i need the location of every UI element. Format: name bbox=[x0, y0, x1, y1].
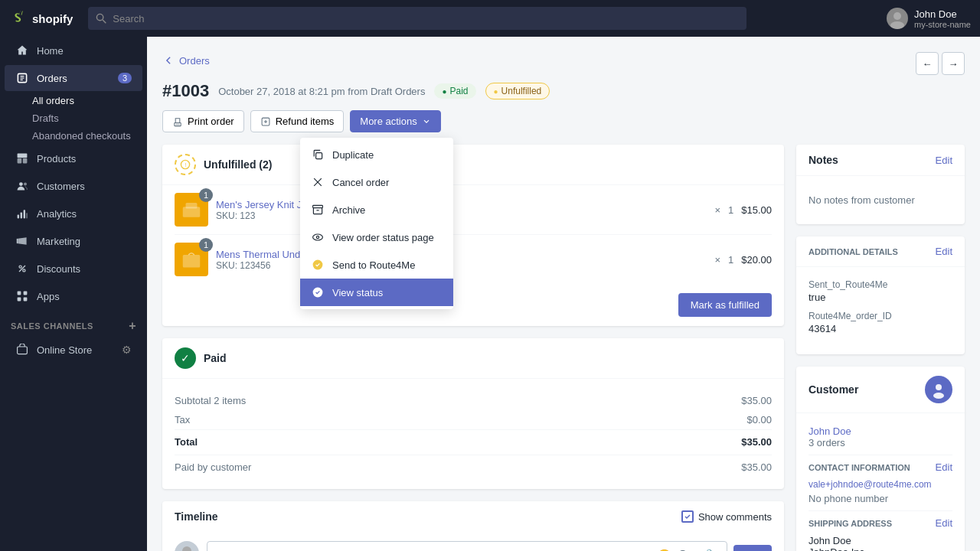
refund-items-btn[interactable]: Refund items bbox=[250, 110, 345, 132]
user-sub: my-store-name bbox=[914, 20, 971, 29]
sidebar-item-analytics[interactable]: Analytics bbox=[5, 201, 142, 227]
customers-icon bbox=[15, 179, 29, 193]
contact-edit-btn[interactable]: Edit bbox=[936, 461, 952, 473]
contact-email[interactable]: vale+johndoe@route4me.com bbox=[808, 479, 952, 490]
more-actions-btn[interactable]: More actions bbox=[350, 110, 440, 132]
dropdown-send-route4me[interactable]: Send to Route4Me bbox=[300, 251, 453, 279]
svg-rect-23 bbox=[18, 298, 21, 302]
sidebar-sub-abandoned[interactable]: Abandoned checkouts bbox=[0, 127, 147, 145]
notes-header: Notes Edit bbox=[796, 145, 965, 176]
orders-badge: 3 bbox=[118, 73, 132, 83]
svg-rect-10 bbox=[18, 154, 28, 158]
dropdown-cancel[interactable]: Cancel order bbox=[300, 168, 453, 196]
detail-val-0: true bbox=[808, 292, 952, 303]
logo-text: shopify bbox=[32, 12, 73, 25]
product-qty-badge-0: 1 bbox=[199, 188, 213, 202]
dropdown-view-status[interactable]: View status bbox=[300, 279, 453, 306]
svg-rect-22 bbox=[24, 292, 28, 295]
show-comments-toggle[interactable]: Show comments bbox=[681, 510, 772, 523]
sidebar-item-products[interactable]: Products bbox=[5, 145, 142, 171]
view-status-label: View status bbox=[332, 287, 383, 298]
total-value: $35.00 bbox=[741, 436, 772, 448]
next-order-btn[interactable]: → bbox=[942, 52, 965, 75]
shipping-line-0: John Doe bbox=[808, 535, 952, 546]
prev-order-btn[interactable]: ← bbox=[916, 52, 939, 75]
svg-rect-13 bbox=[18, 215, 19, 219]
product-sku-0: SKU: 123 bbox=[216, 210, 707, 221]
sidebar-label-analytics: Analytics bbox=[37, 208, 77, 220]
sidebar-label-online-store: Online Store bbox=[37, 344, 92, 356]
search-input[interactable] bbox=[113, 13, 739, 24]
table-row: 1 Mens Thermal Underw... SKU: 123456 × 1… bbox=[175, 235, 772, 284]
sidebar-item-customers[interactable]: Customers bbox=[5, 173, 142, 199]
svg-rect-8 bbox=[18, 158, 22, 163]
post-comment-btn[interactable]: Post bbox=[733, 545, 772, 552]
subtotal-label: Subtotal 2 items bbox=[175, 395, 246, 406]
sidebar-sub-drafts[interactable]: Drafts bbox=[0, 109, 147, 127]
copy-icon bbox=[311, 148, 325, 161]
product-price-1: × 1 bbox=[714, 254, 733, 266]
discounts-icon bbox=[15, 262, 29, 276]
sidebar-item-online-store[interactable]: Online Store ⚙ bbox=[5, 337, 142, 363]
customer-name[interactable]: John Doe bbox=[808, 425, 952, 437]
svg-rect-41 bbox=[186, 203, 198, 209]
apps-icon bbox=[15, 289, 29, 303]
additional-details-title: ADDITIONAL DETAILS bbox=[808, 247, 898, 256]
payment-body: Subtotal 2 items $35.00 Tax $0.00 Total … bbox=[162, 379, 784, 489]
product-name-0[interactable]: Men's Jersey Knit Jogge... bbox=[216, 199, 707, 210]
send-route4me-label: Send to Route4Me bbox=[332, 259, 415, 271]
product-info-0: Men's Jersey Knit Jogge... SKU: 123 bbox=[216, 199, 707, 221]
svg-line-1 bbox=[103, 20, 106, 23]
order-number: #1003 bbox=[162, 81, 209, 101]
user-info: John Doe my-store-name bbox=[914, 8, 971, 29]
paid-badge: Paid bbox=[434, 83, 475, 99]
sidebar-item-discounts[interactable]: Discounts bbox=[5, 256, 142, 282]
more-actions-dropdown: Duplicate Cancel order Archive bbox=[300, 138, 453, 309]
payment-header: ✓ Paid bbox=[162, 338, 784, 379]
svg-rect-15 bbox=[24, 210, 25, 218]
user-area: John Doe my-store-name bbox=[887, 8, 971, 29]
unfulfilled-badge: Unfulfilled bbox=[485, 83, 550, 99]
nav-arrows: ← → bbox=[916, 52, 965, 75]
fulfill-actions: Mark as fulfilled bbox=[162, 284, 784, 326]
sidebar-label-discounts: Discounts bbox=[37, 263, 80, 275]
sidebar-label-home: Home bbox=[37, 45, 64, 57]
mark-fulfilled-btn[interactable]: Mark as fulfilled bbox=[678, 293, 772, 317]
svg-point-2 bbox=[893, 12, 901, 20]
svg-rect-24 bbox=[24, 298, 28, 302]
tax-label: Tax bbox=[175, 414, 190, 425]
shipping-address: John Doe JohnDoe Inc. Larkin St, San Fra… bbox=[808, 535, 952, 551]
online-store-settings-icon[interactable]: ⚙ bbox=[122, 344, 132, 356]
additional-details-header: ADDITIONAL DETAILS Edit bbox=[796, 236, 965, 267]
sidebar-item-marketing[interactable]: Marketing bbox=[5, 228, 142, 254]
timeline-card: Timeline Show comments bbox=[162, 501, 784, 551]
add-channel-icon[interactable]: + bbox=[129, 319, 136, 333]
cancel-label: Cancel order bbox=[332, 177, 389, 188]
breadcrumb[interactable]: Orders bbox=[162, 55, 210, 67]
contact-section: CONTACT INFORMATION Edit bbox=[808, 461, 952, 473]
sidebar-item-home[interactable]: Home bbox=[5, 37, 142, 64]
dropdown-duplicate[interactable]: Duplicate bbox=[300, 141, 453, 168]
online-store-icon bbox=[15, 343, 29, 357]
comment-box[interactable]: Leave a comment... 🙂 @ # 📎 bbox=[207, 541, 727, 551]
svg-point-35 bbox=[316, 236, 318, 238]
shopify-logo: shopify bbox=[9, 9, 73, 28]
additional-details-edit-btn[interactable]: Edit bbox=[936, 246, 952, 257]
sidebar-item-apps[interactable]: Apps bbox=[5, 283, 142, 309]
unfulfilled-status-icon: ! bbox=[175, 154, 196, 175]
action-bar: Print order Refund items More actions Du… bbox=[162, 110, 965, 132]
sidebar-sub-all-orders[interactable]: All orders bbox=[0, 92, 147, 109]
dropdown-archive[interactable]: Archive bbox=[300, 196, 453, 223]
subtotal-row: Subtotal 2 items $35.00 bbox=[175, 391, 772, 410]
customer-header: Customer bbox=[796, 367, 965, 413]
svg-point-34 bbox=[313, 234, 323, 240]
shipping-edit-btn[interactable]: Edit bbox=[936, 517, 952, 529]
x-icon bbox=[311, 175, 325, 189]
notes-edit-btn[interactable]: Edit bbox=[936, 155, 952, 166]
search-bar[interactable] bbox=[88, 7, 746, 30]
dropdown-view-status-page[interactable]: View order status page bbox=[300, 223, 453, 251]
product-name-1[interactable]: Mens Thermal Underw... bbox=[216, 249, 707, 260]
svg-rect-27 bbox=[175, 123, 180, 124]
print-order-btn[interactable]: Print order bbox=[162, 110, 244, 132]
sidebar-item-orders[interactable]: Orders 3 bbox=[5, 65, 142, 91]
